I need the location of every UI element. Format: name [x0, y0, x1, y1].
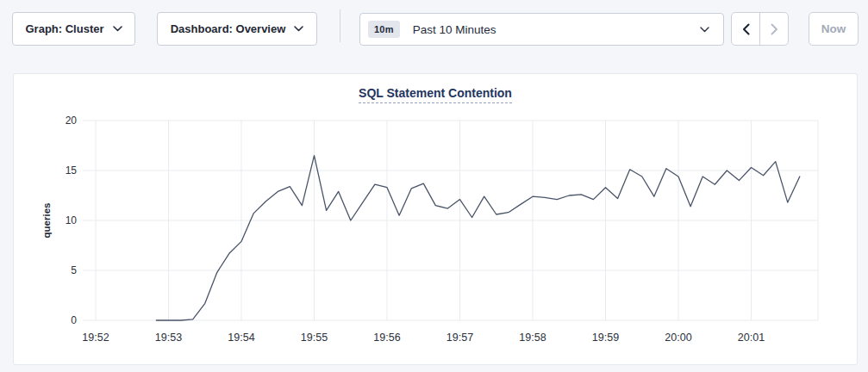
- svg-text:19:54: 19:54: [228, 332, 254, 344]
- svg-text:19:56: 19:56: [373, 332, 400, 344]
- sql-statement-contention-card: SQL Statement Contention 0510152019:5219…: [13, 73, 858, 365]
- svg-text:19:58: 19:58: [519, 332, 546, 344]
- chevron-down-icon: [294, 26, 303, 32]
- svg-text:20: 20: [66, 115, 78, 127]
- svg-text:10: 10: [66, 214, 78, 226]
- time-step-button-group: [731, 12, 789, 46]
- now-button-label: Now: [821, 22, 846, 35]
- svg-text:20:01: 20:01: [738, 332, 765, 344]
- y-axis-label: queries: [41, 203, 52, 239]
- now-button[interactable]: Now: [809, 12, 859, 46]
- svg-text:19:57: 19:57: [446, 332, 473, 344]
- svg-text:20:00: 20:00: [665, 332, 691, 344]
- toolbar-divider: [340, 9, 340, 42]
- previous-time-window-button[interactable]: [732, 13, 760, 45]
- dashboard-dropdown-label: Dashboard: Overview: [171, 22, 286, 35]
- sql-statement-contention-chart[interactable]: 0510152019:5219:5319:5419:5519:5619:5719…: [14, 105, 857, 362]
- svg-text:19:59: 19:59: [592, 332, 619, 344]
- next-time-window-button[interactable]: [760, 13, 788, 45]
- time-window-label: Past 10 Minutes: [413, 23, 700, 36]
- svg-text:0: 0: [71, 314, 77, 326]
- svg-text:19:52: 19:52: [82, 332, 109, 344]
- chevron-left-icon: [742, 23, 750, 35]
- svg-text:5: 5: [71, 264, 77, 276]
- graph-dropdown-label: Graph: Cluster: [25, 22, 103, 35]
- chart-title[interactable]: SQL Statement Contention: [359, 86, 512, 103]
- chevron-down-icon: [700, 27, 709, 33]
- dashboard-toolbar: Graph: Cluster Dashboard: Overview 10m P…: [0, 0, 868, 59]
- time-range-selector[interactable]: 10m Past 10 Minutes: [359, 13, 724, 46]
- svg-text:19:55: 19:55: [301, 332, 328, 344]
- time-window-badge: 10m: [368, 21, 400, 38]
- chevron-down-icon: [113, 26, 122, 32]
- svg-text:19:53: 19:53: [155, 332, 182, 344]
- chevron-right-icon: [771, 23, 778, 35]
- dashboard-dropdown[interactable]: Dashboard: Overview: [157, 12, 317, 46]
- graph-dropdown[interactable]: Graph: Cluster: [12, 12, 135, 46]
- svg-text:15: 15: [66, 164, 78, 177]
